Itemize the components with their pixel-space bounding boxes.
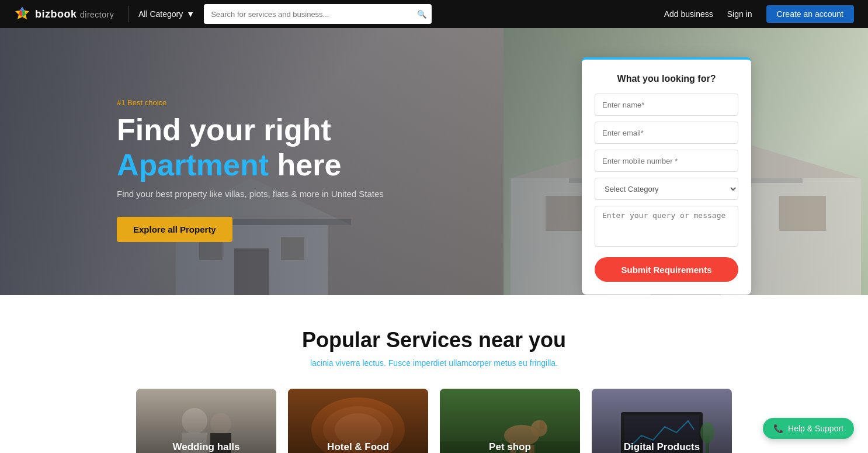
services-title-light: near you (473, 328, 566, 352)
hero-section: #1 Best choice Find your right Apartment… (0, 28, 868, 295)
services-subtitle-highlight: fringilla. (530, 358, 558, 368)
services-subtitle-text: lacinia viverra lectus. Fusce imperdiet … (310, 358, 530, 368)
hero-badge: #1 Best choice (117, 98, 384, 107)
form-category-select[interactable]: Select Category Real Estate Hotels Resta… (595, 178, 738, 200)
services-title-bold: Popular Services (302, 328, 473, 352)
search-bar: 🔍 (204, 4, 432, 24)
help-support-btn[interactable]: 📞 Help & Support (763, 418, 854, 439)
create-account-btn[interactable]: Create an account (766, 5, 854, 23)
inquiry-form-panel: What you looking for? Select Category Re… (582, 57, 751, 295)
add-business-btn[interactable]: Add business (664, 9, 713, 19)
logo-sub: directory (80, 10, 114, 19)
hotel-card-title: Hotel & Food (288, 441, 428, 453)
pet-card-title: Pet shop (440, 441, 580, 453)
explore-property-btn[interactable]: Explore all Property (117, 217, 232, 242)
wedding-card-content: Wedding halls Listings 01 (136, 441, 276, 453)
digital-card-title: Digital Products (592, 441, 732, 453)
hero-title: Find your right Apartment here (117, 113, 384, 183)
chevron-down-icon: ▼ (186, 9, 195, 19)
svg-marker-1 (20, 7, 25, 11)
services-title: Popular Services near you (14, 328, 854, 352)
hero-content: #1 Best choice Find your right Apartment… (117, 98, 384, 242)
nav-links: Add business Sign in Create an account (664, 5, 854, 23)
hero-title-highlight: Apartment (117, 148, 269, 182)
pet-card-content: Pet shop Listings 12 (440, 441, 580, 453)
category-dropdown-btn[interactable]: All Category ▼ (138, 9, 195, 19)
category-label: All Category (138, 9, 183, 19)
service-card-wedding[interactable]: Wedding halls Listings 01 (136, 389, 276, 453)
logo-icon (14, 6, 30, 22)
search-input[interactable] (211, 10, 425, 19)
logo: bizbook directory (14, 6, 119, 22)
form-email-input[interactable] (595, 122, 738, 144)
logo-name: bizbook directory (35, 8, 114, 20)
service-card-hotel[interactable]: Hotel & Food Listings 00 (288, 389, 428, 453)
nav-divider (129, 6, 129, 22)
services-grid: Wedding halls Listings 01 Hotel & Food L… (14, 389, 854, 453)
wedding-card-title: Wedding halls (136, 441, 276, 453)
form-name-input[interactable] (595, 94, 738, 116)
service-card-pet[interactable]: Pet shop Listings 12 (440, 389, 580, 453)
services-subtitle: lacinia viverra lectus. Fusce imperdiet … (14, 358, 854, 368)
search-icon-btn[interactable]: 🔍 (417, 10, 427, 19)
digital-card-content: Digital Products Listings 31 (592, 441, 732, 453)
form-mobile-input[interactable] (595, 150, 738, 172)
phone-icon: 📞 (773, 424, 783, 433)
service-card-digital[interactable]: Digital Products Listings 31 (592, 389, 732, 453)
hero-title-line1: Find your right (117, 113, 331, 147)
hotel-card-content: Hotel & Food Listings 00 (288, 441, 428, 453)
navbar: bizbook directory All Category ▼ 🔍 Add b… (0, 0, 868, 28)
sign-in-btn[interactable]: Sign in (727, 9, 752, 19)
search-icon: 🔍 (417, 10, 427, 19)
services-section: Popular Services near you lacinia viverr… (0, 295, 868, 453)
form-submit-btn[interactable]: Submit Requirements (595, 257, 738, 282)
form-title: What you looking for? (595, 74, 738, 84)
help-btn-label: Help & Support (788, 424, 843, 433)
hero-subtitle: Find your best property like villas, plo… (117, 188, 384, 201)
form-message-textarea[interactable] (595, 206, 738, 247)
hero-title-line2: here (269, 148, 341, 182)
